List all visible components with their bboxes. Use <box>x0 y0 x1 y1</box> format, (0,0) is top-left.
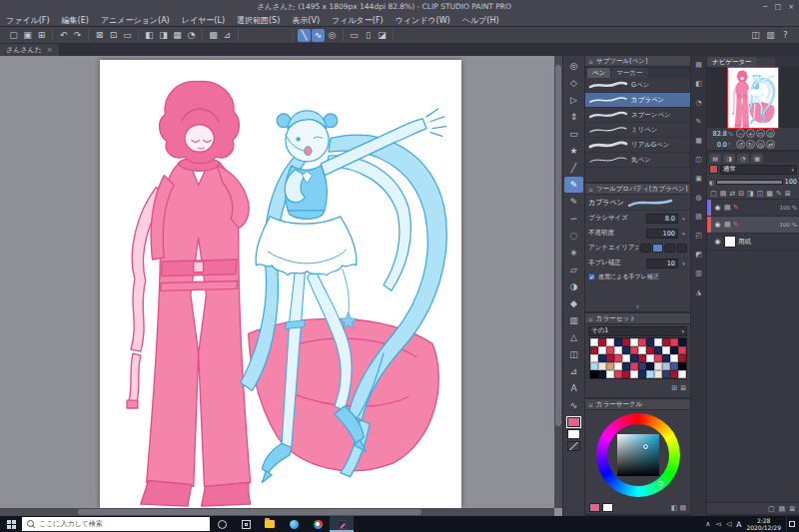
color-swatch[interactable] <box>662 370 670 378</box>
brush-item[interactable]: カブラペン <box>585 93 690 108</box>
undo-icon[interactable]: ↶ <box>57 29 70 42</box>
layer-footer-delete-icon[interactable]: ⊠ <box>789 505 795 513</box>
edge-icon[interactable] <box>282 516 306 532</box>
color-swatch[interactable] <box>606 362 614 370</box>
rotate-view-icon[interactable]: ◔ <box>185 29 198 42</box>
color-swatch[interactable] <box>678 346 686 354</box>
color-set-select[interactable]: その1 ▾ <box>588 326 687 336</box>
eyedropper-tool[interactable]: ╱ <box>564 160 583 176</box>
dock-tone-icon[interactable]: ◍ <box>695 194 701 202</box>
sub-color-swatch[interactable] <box>567 429 580 439</box>
color-swatch[interactable] <box>614 354 622 362</box>
brush-size-input[interactable]: 8.0 <box>646 214 678 224</box>
paste-icon[interactable]: ▭ <box>121 29 134 42</box>
color-swatch[interactable] <box>670 362 678 370</box>
color-swatch[interactable] <box>638 370 646 378</box>
document-tab[interactable]: さんさんた × <box>0 44 60 56</box>
recent-color-chip[interactable] <box>602 503 613 512</box>
taskbar-search[interactable]: ここに入力して検索 <box>22 517 210 531</box>
aa-none-button[interactable] <box>640 244 651 253</box>
layer-row[interactable]: ◉ ▤ ✎ 100 % <box>707 200 799 217</box>
color-swatch[interactable] <box>614 346 622 354</box>
navigator-thumbnail[interactable] <box>728 68 778 128</box>
menu-item-7[interactable]: フィルター(F) <box>326 15 390 26</box>
new-layer-icon[interactable]: ▢ <box>710 190 717 198</box>
airbrush-tool[interactable]: ◌ <box>564 228 583 244</box>
menu-item-6[interactable]: 表示(V) <box>286 15 326 26</box>
reset-rotation-button[interactable]: ◎ <box>756 140 765 149</box>
delete-layer-icon[interactable]: ⊠ <box>785 190 791 198</box>
panel-menu-icon[interactable]: ≡ <box>588 56 593 67</box>
snap-to-special-ruler-icon[interactable]: ∿ <box>312 29 325 42</box>
subview-tab[interactable] <box>757 58 775 67</box>
layer-footer-new-icon[interactable]: ▢ <box>768 505 775 513</box>
color-swatch[interactable] <box>598 338 606 346</box>
color-swatch[interactable] <box>622 346 630 354</box>
color-values-icon[interactable]: ▤ <box>679 504 686 512</box>
cut-icon[interactable]: ⊠ <box>93 29 106 42</box>
chrome-icon[interactable] <box>306 516 330 532</box>
layer-footer-folder-icon[interactable]: ▤ <box>779 505 786 513</box>
color-swatch[interactable] <box>590 338 598 346</box>
color-swatch[interactable] <box>654 338 662 346</box>
auto-select-tool[interactable]: ★ <box>564 143 583 159</box>
layer-color-swatch[interactable] <box>709 165 718 174</box>
dock-shape-icon[interactable]: ◮ <box>696 288 701 296</box>
color-swatch[interactable] <box>670 370 678 378</box>
color-swatch[interactable] <box>646 370 654 378</box>
stabilization-stepper[interactable]: ▾ <box>680 261 687 266</box>
brush-item[interactable]: Gペン <box>585 78 690 93</box>
color-swatch[interactable] <box>614 370 622 378</box>
taskbar-clock[interactable]: 2:28 2020/12/29 <box>746 517 781 531</box>
layer-opacity-slider[interactable] <box>716 180 782 185</box>
color-swatch[interactable] <box>654 370 662 378</box>
dock-history-icon[interactable]: ◔ <box>695 99 701 107</box>
color-swatch[interactable] <box>606 338 614 346</box>
brush-tool[interactable]: ∽ <box>564 211 583 227</box>
brush-item[interactable]: ミリペン <box>585 123 690 138</box>
dock-corner-icon[interactable]: ◩ <box>695 251 702 259</box>
color-swatch[interactable] <box>598 354 606 362</box>
hue-marker[interactable] <box>658 481 663 486</box>
main-color-swatch[interactable] <box>567 417 580 427</box>
fill-tool[interactable]: ◆ <box>564 295 583 311</box>
color-swatch[interactable] <box>646 346 654 354</box>
actual-size-button[interactable]: ◎ <box>766 129 775 138</box>
menu-item-3[interactable]: アニメーション(A) <box>95 15 176 26</box>
brush-item[interactable]: 丸ペン <box>585 153 690 168</box>
delete-color-icon[interactable]: ⊠ <box>680 384 686 392</box>
blend-mode-select[interactable]: 通常 ▾ <box>720 165 797 175</box>
visibility-icon[interactable]: ◉ <box>713 221 722 229</box>
cortana-icon[interactable] <box>210 516 234 532</box>
dock-hatch-icon[interactable]: ▨ <box>695 213 702 221</box>
rotate-left-button[interactable]: ↺ <box>736 140 745 149</box>
combine-layer-icon[interactable]: ⊟ <box>738 190 744 198</box>
color-swatch[interactable] <box>654 362 662 370</box>
panel-menu-icon[interactable]: ≡ <box>588 184 593 195</box>
eraser-tool[interactable]: ▱ <box>564 262 583 277</box>
fit-to-window-button[interactable]: ▭ <box>756 129 765 138</box>
aa-strong-button[interactable] <box>676 244 687 253</box>
dock-layout-icon[interactable]: ◰ <box>695 232 702 240</box>
line-correction-tool[interactable]: ∿ <box>564 397 583 413</box>
opacity-input[interactable]: 100 <box>646 229 678 239</box>
aa-weak-button[interactable] <box>652 244 663 253</box>
panel-collapse-icon[interactable]: ∨ <box>585 283 690 311</box>
color-swatch[interactable] <box>622 370 630 378</box>
zoom-tool[interactable]: ◎ <box>564 58 583 74</box>
color-swatch[interactable] <box>630 338 638 346</box>
menu-item-1[interactable]: ファイル(F) <box>0 15 56 26</box>
blend-tool[interactable]: ◑ <box>564 278 583 294</box>
color-swatch[interactable] <box>622 362 630 370</box>
brush-size-stepper[interactable]: ▾ <box>680 216 687 222</box>
color-swatch[interactable] <box>670 346 678 354</box>
rotate-right-button[interactable]: ↻ <box>746 140 755 149</box>
frame-border-tool[interactable]: ◫ <box>564 346 583 362</box>
color-swatch[interactable] <box>646 362 654 370</box>
speed-stabilization-checkbox[interactable]: ✓ <box>588 273 595 280</box>
color-swatch[interactable] <box>590 370 598 378</box>
zoom-in-button[interactable]: + <box>746 129 755 138</box>
grid-icon[interactable]: ▩ <box>207 29 220 42</box>
dock-material-icon[interactable]: ◧ <box>695 80 702 88</box>
palette-dock-toggle-icon[interactable]: ▥ <box>764 29 777 42</box>
